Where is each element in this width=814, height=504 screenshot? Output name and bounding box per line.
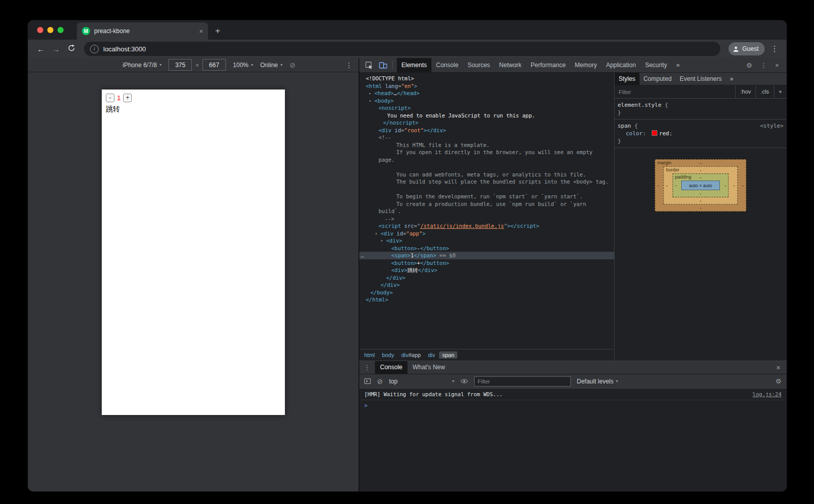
dom-tree-row[interactable]: If you open it directly in the browser, … <box>359 149 614 156</box>
drawer-tab-what-s-new[interactable]: What's New <box>408 361 450 374</box>
devtools-settings-icon[interactable]: ⚙ <box>743 62 756 69</box>
padding-right-value[interactable]: - <box>724 182 726 189</box>
site-info-icon[interactable]: i <box>90 45 99 53</box>
dom-tree-row[interactable]: </noscript> <box>359 119 614 127</box>
new-tab-button[interactable]: + <box>208 26 220 40</box>
jump-link[interactable]: 跳转 <box>106 105 281 114</box>
dom-tree-row-selected[interactable]: …<span>1</span> == $0 <box>359 252 614 259</box>
element-classes-button[interactable]: .cls <box>755 85 774 98</box>
dom-tree-row[interactable]: ▾<body> <box>359 97 614 105</box>
dom-tree-row[interactable]: <!-- <box>359 134 614 141</box>
device-toolbar-menu-icon[interactable]: ⋮ <box>345 61 353 69</box>
devtools-tab-application[interactable]: Application <box>601 58 641 72</box>
collapse-arrow-icon[interactable]: ▾ <box>375 230 377 238</box>
drawer-close-icon[interactable]: × <box>770 364 787 372</box>
collapse-arrow-icon[interactable]: ▾ <box>381 238 383 245</box>
color-swatch[interactable] <box>652 130 657 136</box>
forward-button[interactable]: → <box>48 45 64 53</box>
device-height-input[interactable] <box>202 59 226 71</box>
collapse-arrow-icon[interactable]: ▾ <box>369 98 371 105</box>
border-top-value[interactable]: - <box>700 167 701 173</box>
devtools-tab-console[interactable]: Console <box>431 58 463 72</box>
devtools-close-icon[interactable]: × <box>771 62 782 69</box>
dom-tree-row[interactable]: <html lang="en"> <box>359 82 614 90</box>
border-right-value[interactable]: - <box>733 182 735 189</box>
dom-tree-row[interactable]: <noscript> <box>359 104 614 112</box>
margin-bottom-value[interactable]: - <box>700 204 701 211</box>
devtools-tab-network[interactable]: Network <box>495 58 526 72</box>
profile-button[interactable]: Guest <box>729 42 765 55</box>
live-expression-eye-icon[interactable] <box>460 378 468 384</box>
devtools-tab-security[interactable]: Security <box>641 58 672 72</box>
devtools-menu-icon[interactable]: ⋮ <box>757 62 770 69</box>
throttle-select[interactable]: Online ▾ <box>260 62 283 69</box>
execution-context-select[interactable]: top ▾ <box>389 378 454 385</box>
clear-console-icon[interactable]: ⊘ <box>377 377 383 386</box>
element-style-section[interactable]: element.style { } <box>615 99 787 120</box>
style-origin-link[interactable]: <style> <box>760 122 783 130</box>
border-left-value[interactable]: - <box>666 182 667 189</box>
log-levels-select[interactable]: Default levels ▾ <box>577 378 618 385</box>
more-panels-icon[interactable]: » <box>672 58 684 72</box>
dom-tree-row[interactable]: <button>-</button> <box>359 245 614 252</box>
browser-tab[interactable]: M preact-kbone × <box>77 22 208 40</box>
more-styles-tabs-icon[interactable]: » <box>726 75 738 82</box>
styles-tab-event-listeners[interactable]: Event Listeners <box>676 73 726 85</box>
drawer-tab-console[interactable]: Console <box>375 361 408 374</box>
dom-tree-row[interactable]: page. <box>359 156 614 164</box>
dom-tree-row[interactable]: <!DOCTYPE html> <box>359 75 614 82</box>
dom-tree-row[interactable]: ▸<head>…</head> <box>359 90 614 97</box>
dom-tree-row[interactable]: <div>跳转</div> <box>359 266 614 274</box>
dom-tree-row[interactable]: This HTML file is a template. <box>359 141 614 149</box>
styles-tab-styles[interactable]: Styles <box>615 73 639 85</box>
dom-tree-row[interactable]: </div> <box>359 281 614 289</box>
devtools-tab-sources[interactable]: Sources <box>463 58 495 72</box>
console-message-source-link[interactable]: log.js:24 <box>752 391 781 397</box>
decrement-button[interactable]: - <box>106 94 114 102</box>
dom-tree-row[interactable]: ▾<div id="app"> <box>359 230 614 238</box>
dom-tree-row[interactable]: </html> <box>359 296 614 304</box>
padding-left-value[interactable]: - <box>675 182 677 189</box>
dom-tree-row[interactable]: ▾<div> <box>359 237 614 245</box>
dom-tree-row[interactable]: --> <box>359 215 614 223</box>
dom-tree-row[interactable]: <div id="root"></div> <box>359 127 614 134</box>
margin-left-value[interactable]: - <box>657 182 659 189</box>
boxmodel-margin[interactable]: margin - - border - - <box>655 159 746 212</box>
increment-button[interactable]: + <box>123 94 132 102</box>
dom-tree-row[interactable]: </div> <box>359 274 614 282</box>
styles-tab-computed[interactable]: Computed <box>639 73 676 85</box>
dom-tree-row[interactable]: <button>+</button> <box>359 259 614 267</box>
dom-tree-row[interactable]: You can add webfonts, meta tags, or anal… <box>359 171 614 179</box>
boxmodel-border[interactable]: border - - padding - <box>663 166 737 204</box>
margin-right-value[interactable]: - <box>742 182 744 189</box>
expand-arrow-icon[interactable]: ▸ <box>369 90 371 98</box>
dom-tree-row[interactable] <box>359 186 614 193</box>
dom-tree-row[interactable]: The build step will place the bundled sc… <box>359 178 614 186</box>
browser-menu-icon[interactable]: ⋮ <box>768 44 781 53</box>
minimize-window-button[interactable] <box>47 27 53 33</box>
breadcrumb-item-html[interactable]: html <box>361 351 378 359</box>
devtools-tab-memory[interactable]: Memory <box>570 58 601 72</box>
css-property-row[interactable]: color: red; <box>618 130 783 137</box>
address-bar[interactable]: i localhost:3000 <box>84 42 720 56</box>
dom-tree-row[interactable]: To begin the development, run `npm start… <box>359 193 614 200</box>
device-width-input[interactable] <box>168 59 192 71</box>
new-style-rule-button[interactable]: + <box>774 85 787 98</box>
breadcrumb-item-div[interactable]: div#app <box>398 351 424 359</box>
boxmodel-content[interactable]: auto × auto <box>681 181 720 190</box>
margin-top-value[interactable]: - <box>700 160 701 166</box>
styles-filter-input[interactable] <box>615 89 735 95</box>
tab-close-icon[interactable]: × <box>199 27 203 35</box>
padding-top-value[interactable]: - <box>700 174 701 181</box>
dom-tree-row[interactable]: To create a production bundle, use `npm … <box>359 200 614 208</box>
breadcrumb-item-span[interactable]: span <box>439 351 457 359</box>
reload-button[interactable] <box>64 44 79 53</box>
dom-tree-row[interactable]: </body> <box>359 289 614 297</box>
devtools-tab-elements[interactable]: Elements <box>397 58 431 72</box>
console-filter-input[interactable] <box>474 376 571 387</box>
back-button[interactable]: ← <box>33 45 48 53</box>
console-sidebar-icon[interactable] <box>364 378 371 384</box>
drawer-menu-icon[interactable]: ⋮ <box>359 364 375 371</box>
border-bottom-value[interactable]: - <box>700 197 701 204</box>
breadcrumb-item-div[interactable]: div <box>425 351 438 359</box>
